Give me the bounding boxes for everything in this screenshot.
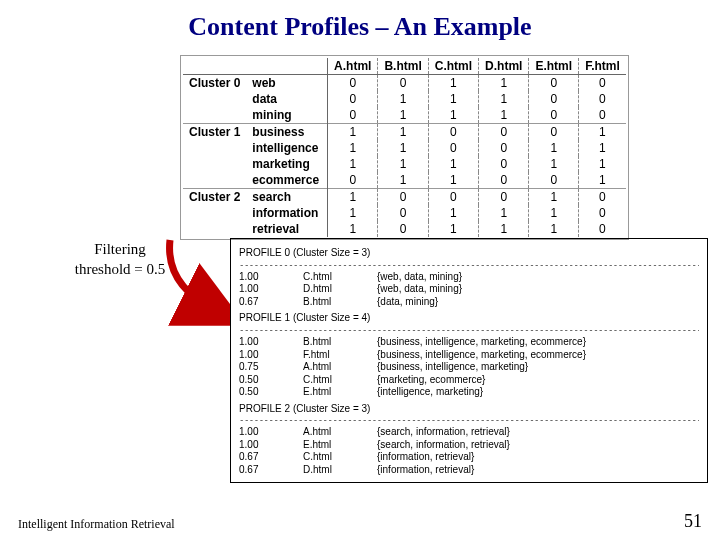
score: 1.00 — [239, 336, 303, 349]
profile-row: 1.00F.html{business, intelligence, marke… — [239, 349, 699, 362]
row-label: information — [246, 205, 327, 221]
cell: 1 — [428, 91, 478, 107]
cell: 1 — [328, 140, 378, 156]
col-header: E.html — [529, 58, 579, 75]
score: 0.67 — [239, 464, 303, 477]
profiles-box: PROFILE 0 (Cluster Size = 3)------------… — [230, 238, 708, 483]
cell: 0 — [328, 107, 378, 124]
col-header: F.html — [579, 58, 626, 75]
cell: 0 — [328, 172, 378, 189]
terms: {business, intelligence, marketing} — [377, 361, 699, 374]
terms: {intelligence, marketing} — [377, 386, 699, 399]
cell: 0 — [428, 140, 478, 156]
cell: 0 — [579, 91, 626, 107]
cell: 1 — [579, 172, 626, 189]
profile-row: 0.75A.html{business, intelligence, marke… — [239, 361, 699, 374]
cell: 1 — [579, 124, 626, 141]
terms: {marketing, ecommerce} — [377, 374, 699, 387]
row-label: mining — [246, 107, 327, 124]
terms: {information, retrieval} — [377, 451, 699, 464]
cell: 1 — [328, 221, 378, 237]
cell: 0 — [428, 189, 478, 206]
cell: 0 — [428, 124, 478, 141]
score: 1.00 — [239, 271, 303, 284]
cell: 1 — [479, 205, 529, 221]
terms: {search, information, retrieval} — [377, 426, 699, 439]
score: 1.00 — [239, 439, 303, 452]
file: E.html — [303, 439, 377, 452]
cell: 1 — [479, 75, 529, 92]
cell: 1 — [529, 189, 579, 206]
profile-row: 0.67D.html{information, retrieval} — [239, 464, 699, 477]
score: 0.50 — [239, 386, 303, 399]
row-label: business — [246, 124, 327, 141]
cell: 0 — [479, 124, 529, 141]
cell: 0 — [579, 221, 626, 237]
file: A.html — [303, 426, 377, 439]
terms: {business, intelligence, marketing, ecom… — [377, 349, 699, 362]
profile-row: 1.00C.html{web, data, mining} — [239, 271, 699, 284]
cell: 0 — [529, 124, 579, 141]
cell: 0 — [479, 172, 529, 189]
profile-header: PROFILE 1 (Cluster Size = 4) — [239, 312, 699, 325]
cell: 1 — [428, 107, 478, 124]
file: F.html — [303, 349, 377, 362]
cell: 1 — [378, 124, 428, 141]
cell: 1 — [328, 189, 378, 206]
row-label: web — [246, 75, 327, 92]
divider: ----------------------------------------… — [239, 260, 699, 271]
cell: 1 — [328, 124, 378, 141]
cell: 0 — [479, 189, 529, 206]
terms: {web, data, mining} — [377, 283, 699, 296]
profile-header: PROFILE 0 (Cluster Size = 3) — [239, 247, 699, 260]
cell: 1 — [428, 75, 478, 92]
row-label: data — [246, 91, 327, 107]
profile-row: 1.00D.html{web, data, mining} — [239, 283, 699, 296]
cell: 1 — [428, 221, 478, 237]
cell: 1 — [428, 172, 478, 189]
col-header: C.html — [428, 58, 478, 75]
profile-row: 0.67C.html{information, retrieval} — [239, 451, 699, 464]
cell: 1 — [579, 156, 626, 172]
cell: 0 — [328, 75, 378, 92]
profile-row: 1.00E.html{search, information, retrieva… — [239, 439, 699, 452]
col-header: A.html — [328, 58, 378, 75]
cell: 0 — [378, 189, 428, 206]
cell: 1 — [378, 140, 428, 156]
cell: 1 — [428, 205, 478, 221]
score: 1.00 — [239, 426, 303, 439]
cell: 0 — [579, 75, 626, 92]
cell: 0 — [579, 107, 626, 124]
score: 1.00 — [239, 283, 303, 296]
cell: 1 — [529, 221, 579, 237]
cell: 0 — [529, 75, 579, 92]
file: D.html — [303, 283, 377, 296]
cell: 1 — [579, 140, 626, 156]
terms: {data, mining} — [377, 296, 699, 309]
cell: 1 — [479, 107, 529, 124]
terms: {business, intelligence, marketing, ecom… — [377, 336, 699, 349]
cell: 1 — [529, 140, 579, 156]
terms: {web, data, mining} — [377, 271, 699, 284]
cell: 0 — [378, 75, 428, 92]
col-header: B.html — [378, 58, 428, 75]
cell: 0 — [479, 156, 529, 172]
score: 0.67 — [239, 296, 303, 309]
footer-left: Intelligent Information Retrieval — [18, 517, 175, 532]
row-label: marketing — [246, 156, 327, 172]
cell: 1 — [378, 91, 428, 107]
score: 0.50 — [239, 374, 303, 387]
cell: 1 — [428, 156, 478, 172]
cluster-label: Cluster 2 — [183, 189, 246, 206]
cell: 0 — [579, 189, 626, 206]
terms: {information, retrieval} — [377, 464, 699, 477]
cell: 0 — [579, 205, 626, 221]
cell: 0 — [529, 91, 579, 107]
file: C.html — [303, 271, 377, 284]
cell: 1 — [378, 172, 428, 189]
cluster-label: Cluster 0 — [183, 75, 246, 92]
file: B.html — [303, 296, 377, 309]
filter-line2: threshold = 0.5 — [75, 261, 166, 277]
cell: 1 — [378, 107, 428, 124]
file: B.html — [303, 336, 377, 349]
